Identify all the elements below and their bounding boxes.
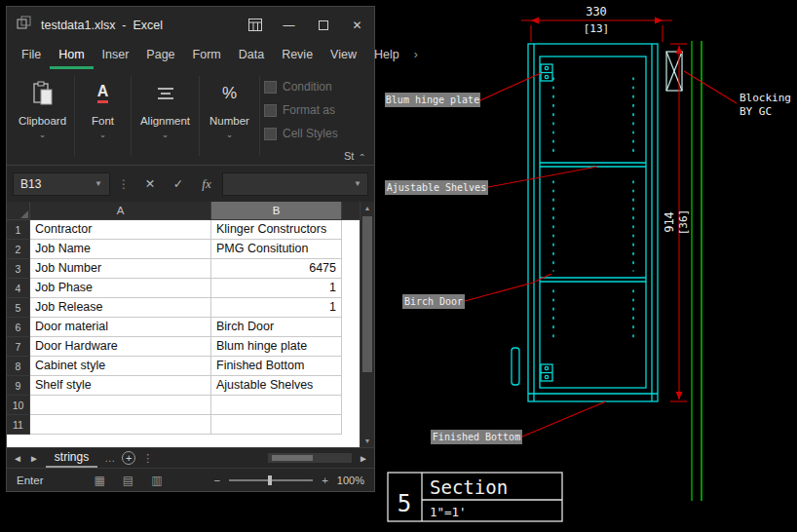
cell[interactable]: Job Release: [30, 298, 211, 318]
row-header[interactable]: 1: [7, 220, 30, 240]
more-sheets-icon[interactable]: …: [104, 452, 115, 464]
hinge-plate-bottom-icon: [541, 364, 552, 381]
sheet-tab-strings[interactable]: strings: [46, 448, 97, 468]
cell[interactable]: [342, 220, 360, 240]
tab-formulas[interactable]: Form: [184, 43, 230, 69]
cell[interactable]: Finished Bottom: [211, 357, 342, 376]
conditional-formatting-button[interactable]: Condition: [264, 80, 338, 94]
tab-insert[interactable]: Inser: [94, 43, 138, 69]
cancel-entry-button[interactable]: ✕: [137, 176, 163, 191]
tab-page-layout[interactable]: Page: [137, 43, 183, 69]
zoom-out-icon[interactable]: −: [213, 475, 220, 486]
tab-review[interactable]: Revie: [273, 43, 322, 69]
confirm-entry-button[interactable]: ✓: [166, 176, 191, 191]
row-header[interactable]: 9: [7, 376, 30, 396]
cell[interactable]: Job Number: [30, 259, 211, 279]
cell[interactable]: 6475: [211, 259, 342, 279]
tab-data[interactable]: Data: [230, 43, 273, 69]
scroll-right-icon[interactable]: ►: [359, 453, 368, 464]
cell[interactable]: [342, 240, 360, 259]
ribbon-group-number[interactable]: % Number ⌄: [200, 76, 260, 156]
tab-options-icon[interactable]: ⋮: [142, 452, 153, 465]
horizontal-scrollbar[interactable]: [268, 453, 352, 463]
cell[interactable]: Door material: [30, 318, 211, 337]
cell[interactable]: Contractor: [30, 220, 211, 240]
row-header[interactable]: 2: [7, 240, 30, 259]
format-as-table-button[interactable]: Format as: [264, 103, 338, 117]
close-button[interactable]: ✕: [340, 7, 374, 43]
scrollbar-thumb[interactable]: [272, 455, 313, 461]
vertical-scrollbar[interactable]: ▲ ▼: [360, 202, 374, 447]
cell[interactable]: Ajustable Shelves: [211, 376, 342, 396]
row-header[interactable]: 4: [7, 279, 30, 298]
zoom-slider[interactable]: [229, 479, 313, 481]
cell[interactable]: [342, 298, 360, 318]
cell[interactable]: [342, 376, 360, 396]
cell[interactable]: Klinger Constructors: [211, 220, 342, 240]
insert-function-button[interactable]: fx: [194, 176, 219, 192]
cell[interactable]: [342, 279, 360, 298]
cell[interactable]: [342, 259, 360, 279]
row-header[interactable]: 7: [7, 337, 30, 357]
zoom-in-icon[interactable]: +: [322, 475, 328, 486]
row-header[interactable]: 11: [7, 415, 30, 435]
column-header-a[interactable]: A: [30, 202, 211, 220]
svg-text:Blum hinge plate: Blum hinge plate: [386, 95, 479, 105]
ribbon-group-alignment[interactable]: Alignment ⌄: [132, 76, 200, 156]
sheet-prev-icon[interactable]: ◄: [13, 453, 22, 464]
select-all-corner[interactable]: [7, 202, 30, 220]
column-header-b[interactable]: B: [211, 202, 342, 220]
cell[interactable]: [342, 318, 360, 337]
scrollbar-thumb[interactable]: [362, 216, 372, 372]
cell[interactable]: [342, 415, 360, 435]
cell[interactable]: Shelf style: [30, 376, 211, 396]
normal-view-icon[interactable]: ▦: [95, 474, 105, 487]
cell[interactable]: [342, 396, 360, 415]
cell[interactable]: Cabinet style: [30, 357, 211, 376]
cell[interactable]: [211, 396, 342, 415]
table-row: 8 Cabinet style Finished Bottom: [7, 357, 360, 376]
cell[interactable]: 1: [211, 279, 342, 298]
cell[interactable]: Door Hardware: [30, 337, 211, 357]
cell[interactable]: Job Phase: [30, 279, 211, 298]
page-layout-view-icon[interactable]: ▤: [123, 474, 133, 487]
cell[interactable]: [342, 337, 360, 357]
cell-styles-button[interactable]: Cell Styles: [264, 127, 338, 140]
percent-icon: %: [200, 76, 259, 111]
page-break-view-icon[interactable]: ▥: [151, 474, 162, 487]
formula-input[interactable]: ▼: [222, 172, 368, 196]
ribbon-group-font[interactable]: A Font ⌄: [75, 76, 132, 156]
add-sheet-icon[interactable]: +: [122, 451, 135, 465]
cell[interactable]: PMG Consitution: [211, 240, 342, 259]
tab-view[interactable]: View: [322, 43, 365, 69]
row-header[interactable]: 8: [7, 357, 30, 376]
tab-home[interactable]: Hom: [50, 43, 93, 69]
name-box[interactable]: B13 ▼: [13, 172, 110, 196]
scroll-up-icon[interactable]: ▲: [361, 205, 374, 211]
collapse-ribbon-icon[interactable]: ⌃: [359, 152, 366, 163]
cell[interactable]: [211, 415, 342, 435]
ribbon-group-clipboard[interactable]: Clipboard ⌄: [11, 76, 75, 156]
drag-handle-icon[interactable]: ⋮: [113, 177, 134, 191]
cell[interactable]: Blum hinge plate: [211, 337, 342, 357]
titlebar[interactable]: testdata1.xlsx - Excel — ✕: [7, 7, 374, 43]
row-header[interactable]: 5: [7, 298, 30, 318]
status-bar: Enter ▦ ▤ ▥ − + 100%: [7, 468, 374, 491]
zoom-slider-thumb[interactable]: [268, 475, 272, 485]
cell[interactable]: Job Name: [30, 240, 211, 259]
table-view-icon[interactable]: [238, 7, 272, 43]
tab-file[interactable]: File: [13, 43, 50, 69]
row-header[interactable]: 10: [7, 396, 30, 415]
ribbon: Clipboard ⌄ A Font ⌄ Alignment ⌄ % Numbe…: [7, 69, 374, 166]
row-header[interactable]: 6: [7, 318, 30, 337]
cell[interactable]: Birch Door: [211, 318, 342, 337]
cell[interactable]: [30, 396, 211, 415]
row-header[interactable]: 3: [7, 259, 30, 279]
minimize-button[interactable]: —: [272, 7, 306, 43]
cell[interactable]: 1: [211, 298, 342, 318]
sheet-next-icon[interactable]: ►: [29, 453, 39, 464]
scroll-down-icon[interactable]: ▼: [361, 437, 374, 444]
cell[interactable]: [30, 415, 211, 435]
maximize-button[interactable]: [306, 7, 340, 43]
cell[interactable]: [342, 357, 360, 376]
